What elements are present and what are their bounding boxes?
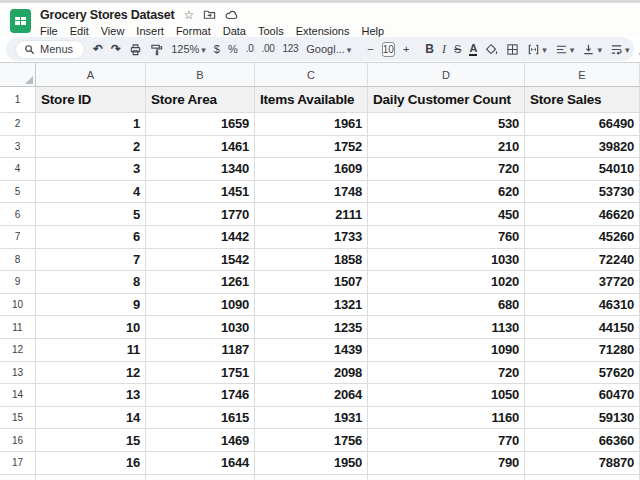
data-cell-b16[interactable]: 1469 bbox=[146, 429, 255, 452]
menu-format[interactable]: Format bbox=[176, 25, 211, 37]
text-color-button[interactable]: A bbox=[469, 43, 477, 56]
data-cell-e11[interactable]: 44150 bbox=[525, 316, 640, 339]
data-cell-e6[interactable]: 46620 bbox=[525, 203, 640, 226]
data-cell-a10[interactable]: 9 bbox=[36, 294, 146, 317]
borders-icon[interactable] bbox=[506, 43, 519, 56]
data-cell-b13[interactable]: 1751 bbox=[146, 362, 255, 385]
data-cell-d12[interactable]: 1090 bbox=[368, 339, 525, 362]
format-percent-button[interactable]: % bbox=[228, 44, 238, 55]
data-cell-d8[interactable]: 1030 bbox=[368, 249, 525, 272]
column-header-d[interactable]: D bbox=[368, 63, 525, 87]
data-cell-a16[interactable]: 15 bbox=[36, 429, 146, 452]
header-cell-a1[interactable]: Store ID bbox=[36, 87, 146, 113]
menu-view[interactable]: View bbox=[101, 25, 125, 37]
data-cell-e5[interactable]: 53730 bbox=[525, 181, 640, 204]
print-icon[interactable] bbox=[129, 43, 142, 56]
data-cell-b8[interactable]: 1542 bbox=[146, 249, 255, 272]
star-icon[interactable] bbox=[184, 9, 195, 21]
row-number-16[interactable]: 16 bbox=[0, 429, 36, 452]
format-currency-button[interactable]: $ bbox=[214, 44, 220, 55]
data-cell-d7[interactable]: 760 bbox=[368, 226, 525, 249]
row-number-14[interactable]: 14 bbox=[0, 384, 36, 407]
data-cell-e16[interactable]: 66360 bbox=[525, 429, 640, 452]
data-cell-c17[interactable]: 1950 bbox=[255, 452, 368, 475]
data-cell-d13[interactable]: 720 bbox=[368, 362, 525, 385]
move-folder-icon[interactable] bbox=[203, 8, 216, 21]
data-cell-a9[interactable]: 8 bbox=[36, 271, 146, 294]
data-cell-c9[interactable]: 1507 bbox=[255, 271, 368, 294]
data-cell-empty[interactable] bbox=[255, 475, 368, 480]
header-cell-b1[interactable]: Store Area bbox=[146, 87, 255, 113]
data-cell-a4[interactable]: 3 bbox=[36, 158, 146, 181]
data-cell-e8[interactable]: 72240 bbox=[525, 249, 640, 272]
data-cell-e10[interactable]: 46310 bbox=[525, 294, 640, 317]
data-cell-a3[interactable]: 2 bbox=[36, 136, 146, 159]
decrease-decimal-button[interactable]: .0 bbox=[246, 44, 254, 54]
row-number-2[interactable]: 2 bbox=[0, 113, 36, 136]
menu-edit[interactable]: Edit bbox=[70, 25, 89, 37]
data-cell-c16[interactable]: 1756 bbox=[255, 429, 368, 452]
data-cell-b7[interactable]: 1442 bbox=[146, 226, 255, 249]
header-cell-c1[interactable]: Items Available bbox=[255, 87, 368, 113]
data-cell-e3[interactable]: 39820 bbox=[525, 136, 640, 159]
data-cell-empty[interactable] bbox=[146, 475, 255, 480]
data-cell-a17[interactable]: 16 bbox=[36, 452, 146, 475]
row-number-6[interactable]: 6 bbox=[0, 203, 36, 226]
data-cell-b4[interactable]: 1340 bbox=[146, 158, 255, 181]
row-number-18[interactable] bbox=[0, 475, 36, 480]
data-cell-b12[interactable]: 1187 bbox=[146, 339, 255, 362]
select-all-corner[interactable] bbox=[0, 63, 36, 87]
undo-icon[interactable] bbox=[93, 43, 103, 55]
row-number-10[interactable]: 10 bbox=[0, 294, 36, 317]
data-cell-c13[interactable]: 2098 bbox=[255, 362, 368, 385]
column-header-a[interactable]: A bbox=[36, 63, 146, 87]
data-cell-c7[interactable]: 1733 bbox=[255, 226, 368, 249]
data-cell-b14[interactable]: 1746 bbox=[146, 384, 255, 407]
row-number-13[interactable]: 13 bbox=[0, 362, 36, 385]
row-number-11[interactable]: 11 bbox=[0, 316, 36, 339]
sheets-logo-icon[interactable] bbox=[10, 9, 31, 33]
data-cell-c8[interactable]: 1858 bbox=[255, 249, 368, 272]
menu-file[interactable]: File bbox=[40, 25, 58, 37]
data-cell-d10[interactable]: 680 bbox=[368, 294, 525, 317]
increase-font-size-button[interactable]: + bbox=[403, 44, 409, 55]
data-cell-e7[interactable]: 45260 bbox=[525, 226, 640, 249]
data-cell-d3[interactable]: 210 bbox=[368, 136, 525, 159]
row-number-5[interactable]: 5 bbox=[0, 181, 36, 204]
data-cell-c10[interactable]: 1321 bbox=[255, 294, 368, 317]
data-cell-d9[interactable]: 1020 bbox=[368, 271, 525, 294]
data-cell-a6[interactable]: 5 bbox=[36, 203, 146, 226]
data-cell-e15[interactable]: 59130 bbox=[525, 407, 640, 430]
data-cell-empty[interactable] bbox=[368, 475, 525, 480]
data-cell-e12[interactable]: 71280 bbox=[525, 339, 640, 362]
document-title[interactable]: Grocery Stores Dataset bbox=[40, 8, 175, 22]
data-cell-a8[interactable]: 7 bbox=[36, 249, 146, 272]
data-cell-c11[interactable]: 1235 bbox=[255, 316, 368, 339]
data-cell-c4[interactable]: 1609 bbox=[255, 158, 368, 181]
data-cell-b5[interactable]: 1451 bbox=[146, 181, 255, 204]
data-cell-b17[interactable]: 1644 bbox=[146, 452, 255, 475]
data-cell-d4[interactable]: 720 bbox=[368, 158, 525, 181]
column-header-c[interactable]: C bbox=[255, 63, 368, 87]
data-cell-c2[interactable]: 1961 bbox=[255, 113, 368, 136]
data-cell-c14[interactable]: 2064 bbox=[255, 384, 368, 407]
data-cell-e2[interactable]: 66490 bbox=[525, 113, 640, 136]
data-cell-b15[interactable]: 1615 bbox=[146, 407, 255, 430]
row-number-17[interactable]: 17 bbox=[0, 452, 36, 475]
data-cell-d2[interactable]: 530 bbox=[368, 113, 525, 136]
data-cell-b2[interactable]: 1659 bbox=[146, 113, 255, 136]
row-number-12[interactable]: 12 bbox=[0, 339, 36, 362]
data-cell-e13[interactable]: 57620 bbox=[525, 362, 640, 385]
data-cell-a15[interactable]: 14 bbox=[36, 407, 146, 430]
data-cell-empty[interactable] bbox=[36, 475, 146, 480]
data-cell-c6[interactable]: 2111 bbox=[255, 203, 368, 226]
menu-tools[interactable]: Tools bbox=[258, 25, 284, 37]
fill-color-icon[interactable] bbox=[485, 43, 498, 56]
data-cell-d17[interactable]: 790 bbox=[368, 452, 525, 475]
data-cell-b10[interactable]: 1090 bbox=[146, 294, 255, 317]
menu-insert[interactable]: Insert bbox=[136, 25, 164, 37]
data-cell-d6[interactable]: 450 bbox=[368, 203, 525, 226]
data-cell-e4[interactable]: 54010 bbox=[525, 158, 640, 181]
data-cell-e14[interactable]: 60470 bbox=[525, 384, 640, 407]
data-cell-c12[interactable]: 1439 bbox=[255, 339, 368, 362]
